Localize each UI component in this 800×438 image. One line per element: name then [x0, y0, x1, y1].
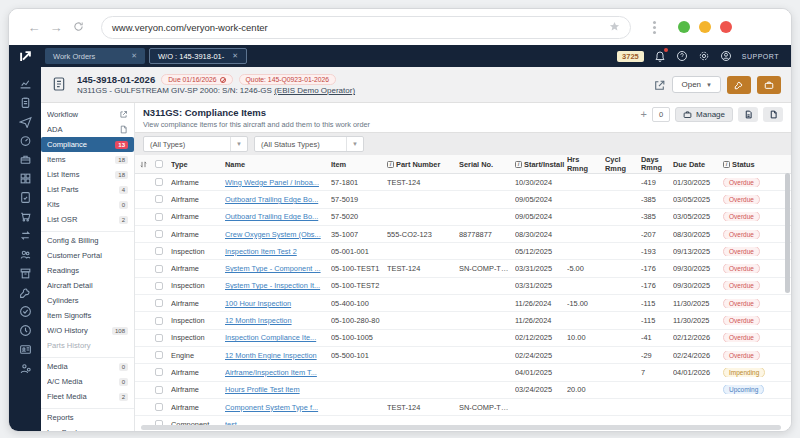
window-control-yellow[interactable] [699, 21, 711, 33]
row-checkbox[interactable] [155, 265, 163, 273]
column-header-cycl-rmng[interactable]: Cycl Rmng [605, 155, 641, 173]
file-check-icon[interactable] [19, 191, 32, 204]
row-checkbox[interactable] [155, 282, 163, 290]
status-filter-select[interactable]: (All Status Types)▼ [254, 136, 364, 152]
url-bar[interactable]: www.veryon.com/veryon-work-center [101, 16, 631, 39]
help-icon[interactable] [676, 50, 688, 62]
column-header-serial[interactable]: Serial No. [459, 160, 515, 169]
user-icon[interactable] [720, 50, 732, 62]
window-controls[interactable] [678, 21, 732, 33]
item-name-link[interactable]: Component System Type f... [225, 403, 318, 412]
close-icon[interactable]: ✕ [232, 52, 238, 60]
window-control-green[interactable] [678, 21, 690, 33]
notification-count-badge[interactable]: 3725 [617, 51, 644, 62]
sidebar-item-list-parts[interactable]: List Parts4 [41, 182, 134, 197]
reorder-icon[interactable] [139, 160, 148, 169]
item-name-link[interactable]: 100 Hour Inspection [225, 299, 291, 308]
item-name-link[interactable]: 12 Month Engine Inspection [225, 351, 317, 360]
toolbox-icon[interactable] [19, 153, 32, 166]
tab-work-orders[interactable]: Work Orders ✕ [45, 48, 145, 64]
sidebar-item-w-o-history[interactable]: W/O History108 [41, 323, 134, 338]
row-checkbox[interactable] [155, 178, 163, 186]
transfer-icon[interactable] [19, 229, 32, 242]
horizontal-scrollbar[interactable] [141, 425, 781, 430]
sidebar-item-ada[interactable]: ADA [41, 122, 134, 137]
vertical-scrollbar[interactable] [785, 173, 790, 293]
sidebar-item-config-billing[interactable]: Config & Billing [41, 231, 134, 248]
open-dropdown[interactable]: Open▼ [672, 76, 721, 93]
column-header-part-number[interactable]: iPart Number [387, 160, 459, 169]
veryon-logo-icon[interactable] [9, 45, 41, 67]
clipboard-icon[interactable] [19, 96, 32, 109]
sidebar-item-item-signoffs[interactable]: Item Signoffs [41, 308, 134, 323]
row-checkbox[interactable] [155, 247, 163, 255]
sidebar-item-fleet-media[interactable]: Fleet Media2 [41, 389, 134, 404]
row-checkbox[interactable] [155, 368, 163, 376]
item-name-link[interactable]: System Type - Component ... [225, 264, 321, 273]
sidebar-item-a-c-media[interactable]: A/C Media0 [41, 374, 134, 389]
item-name-link[interactable]: Hours Profile Test Item [225, 385, 300, 394]
row-checkbox[interactable] [155, 213, 163, 221]
column-header-start-install[interactable]: iStart/Install [515, 160, 567, 169]
row-checkbox[interactable] [155, 334, 163, 342]
sidebar-item-cylinders[interactable]: Cylinders [41, 293, 134, 308]
id-card-icon[interactable] [19, 343, 32, 356]
archive-icon[interactable] [19, 267, 32, 280]
sidebar-item-reports[interactable]: Reports [41, 408, 134, 425]
external-link-icon[interactable] [653, 78, 666, 91]
manage-button[interactable]: Manage [675, 107, 733, 122]
row-checkbox[interactable] [155, 386, 163, 394]
column-header-name[interactable]: Name [225, 160, 331, 169]
column-header-item[interactable]: Item [331, 160, 387, 169]
type-filter-select[interactable]: (All Types)▼ [143, 136, 248, 152]
item-name-link[interactable]: Inspection Item Test 2 [225, 247, 297, 256]
airplane-icon[interactable] [19, 115, 32, 128]
column-header-hrs-rmng[interactable]: Hrs Rmng [567, 155, 605, 173]
briefcase-action-button[interactable] [757, 76, 781, 94]
sidebar-item-aircraft-detail[interactable]: Aircraft Detail [41, 278, 134, 293]
row-checkbox[interactable] [155, 317, 163, 325]
sidebar-item-log-books[interactable]: Log Books [41, 425, 134, 431]
sidebar-item-items[interactable]: Items18 [41, 152, 134, 167]
line-chart-icon[interactable] [19, 77, 32, 90]
row-checkbox[interactable] [155, 299, 163, 307]
forward-icon[interactable]: → [45, 20, 67, 35]
sidebar-item-media[interactable]: Media0 [41, 357, 134, 374]
support-link[interactable]: SUPPORT [742, 53, 779, 60]
item-name-link[interactable]: 12 Month Inspection [225, 316, 292, 325]
column-header-status[interactable]: iStatus [723, 160, 791, 169]
item-name-link[interactable]: Outboard Trailing Edge Bo... [225, 212, 318, 221]
window-control-red[interactable] [720, 21, 732, 33]
export-button[interactable] [738, 107, 758, 122]
row-checkbox[interactable] [155, 403, 163, 411]
back-icon[interactable]: ← [23, 20, 45, 35]
sidebar-item-kits[interactable]: Kits0 [41, 197, 134, 212]
sidebar-item-customer-portal[interactable]: Customer Portal [41, 248, 134, 263]
column-header-type[interactable]: Type [171, 160, 225, 169]
tools-action-button[interactable] [727, 76, 751, 94]
item-name-link[interactable]: Airframe/Inspection Item T... [225, 368, 317, 377]
item-name-link[interactable]: Wing Wedge Panel / Inboa... [225, 178, 319, 187]
row-checkbox[interactable] [155, 195, 163, 203]
reload-icon[interactable] [67, 20, 89, 35]
operator-link[interactable]: (EBIS Demo Operator) [274, 86, 355, 95]
sidebar-item-list-items[interactable]: List Items18 [41, 167, 134, 182]
clock-icon[interactable] [19, 324, 32, 337]
sidebar-item-workflow[interactable]: Workflow [41, 107, 134, 122]
user-gear-icon[interactable] [19, 362, 32, 375]
gauge-icon[interactable] [19, 134, 32, 147]
sidebar-item-list-osr[interactable]: List OSR2 [41, 212, 134, 227]
grid-icon[interactable] [19, 172, 32, 185]
column-header-due-date[interactable]: Due Date [673, 160, 723, 169]
item-name-link[interactable]: Crew Oxygen System (Obs... [225, 230, 321, 239]
sidebar-item-parts-history[interactable]: Parts History [41, 338, 134, 353]
tab-work-order-detail[interactable]: W/O : 145-3918-01- ✕ [149, 48, 247, 64]
cart-icon[interactable] [19, 210, 32, 223]
bell-icon[interactable] [654, 50, 666, 62]
row-checkbox[interactable] [155, 351, 163, 359]
column-header-days-rmng[interactable]: Days Rmng [641, 156, 673, 172]
sidebar-item-compliance[interactable]: Compliance13 [41, 137, 134, 152]
item-name-link[interactable]: Outboard Trailing Edge Bo... [225, 195, 318, 204]
select-all-checkbox[interactable] [155, 160, 163, 168]
add-icon[interactable]: + [640, 109, 646, 120]
